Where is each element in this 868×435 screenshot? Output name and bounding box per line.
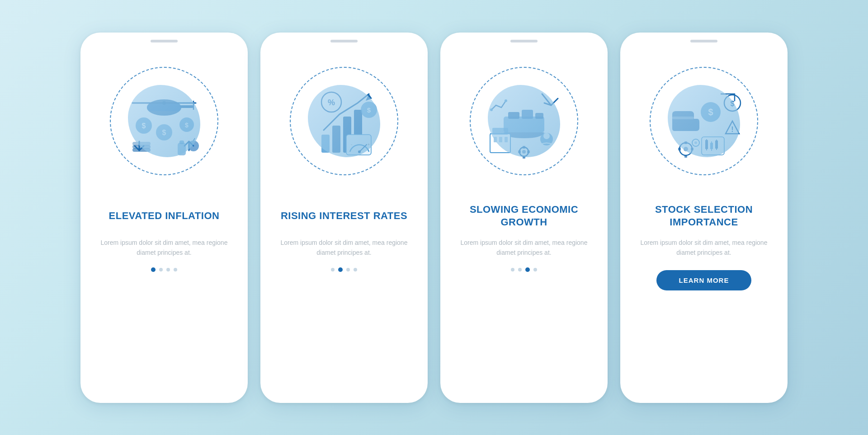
- pagination-dots-1: [151, 267, 177, 272]
- card-description-3: Lorem ipsum dolor sit dim amet, mea regi…: [455, 238, 593, 258]
- learn-more-button[interactable]: LEARN MORE: [656, 270, 752, 290]
- phone-card-3: SLOWING ECONOMIC GROWTH Lorem ipsum dolo…: [440, 33, 608, 403]
- pagination-dots-2: [331, 267, 357, 272]
- card-description-2: Lorem ipsum dolor sit dim amet, mea regi…: [275, 238, 413, 258]
- dot-3-3[interactable]: [525, 267, 530, 272]
- dashed-circle-3: [470, 67, 578, 175]
- phone-top-4: [620, 33, 788, 42]
- illustration-area-3: [440, 44, 608, 198]
- phone-speaker-4: [690, 40, 717, 42]
- phone-speaker-2: [330, 40, 358, 42]
- card-description-4: Lorem ipsum dolor sit dim amet, mea regi…: [635, 238, 773, 258]
- phone-top-1: [80, 33, 248, 42]
- card-content-2: RISING INTEREST RATES Lorem ipsum dolor …: [260, 198, 428, 389]
- dashed-circle-2: [290, 67, 398, 175]
- card-title-3: SLOWING ECONOMIC GROWTH: [455, 202, 593, 229]
- illustration-area-2: % $ - +: [260, 44, 428, 198]
- dot-3-1[interactable]: [511, 268, 514, 271]
- illustration-area-1: $ $ $: [80, 44, 248, 198]
- phone-card-4: $ $ !: [620, 33, 788, 403]
- phone-speaker-3: [510, 40, 538, 42]
- dot-1-2[interactable]: [159, 268, 163, 271]
- dot-1-1[interactable]: [151, 267, 156, 272]
- phone-top-2: [260, 33, 428, 42]
- card-content-1: ELEVATED INFLATION Lorem ipsum dolor sit…: [80, 198, 248, 389]
- phone-top-3: [440, 33, 608, 42]
- phone-card-1: $ $ $: [80, 33, 248, 403]
- card-title-4: STOCK SELECTION IMPORTANCE: [635, 202, 773, 229]
- dashed-circle-4: [650, 67, 758, 175]
- card-title-2: RISING INTEREST RATES: [281, 202, 407, 229]
- dashed-circle-1: [110, 67, 218, 175]
- card-content-3: SLOWING ECONOMIC GROWTH Lorem ipsum dolo…: [440, 198, 608, 389]
- dot-2-3[interactable]: [346, 268, 350, 271]
- phone-speaker-1: [151, 40, 178, 42]
- dot-2-4[interactable]: [354, 268, 357, 271]
- card-description-1: Lorem ipsum dolor sit dim amet, mea regi…: [95, 238, 233, 258]
- phone-card-2: % $ - + RISING INTEREST RATES Lorem ipsu…: [260, 33, 428, 403]
- dot-3-2[interactable]: [518, 268, 522, 271]
- dot-1-4[interactable]: [174, 268, 177, 271]
- dot-2-1[interactable]: [331, 268, 335, 271]
- illustration-area-4: $ $ !: [620, 44, 788, 198]
- cards-container: $ $ $: [80, 33, 788, 403]
- dot-2-2[interactable]: [338, 267, 343, 272]
- card-title-1: ELEVATED INFLATION: [109, 202, 220, 229]
- dot-3-4[interactable]: [533, 268, 537, 271]
- dot-1-3[interactable]: [166, 268, 170, 271]
- pagination-dots-3: [511, 267, 537, 272]
- card-content-4: STOCK SELECTION IMPORTANCE Lorem ipsum d…: [620, 198, 788, 389]
